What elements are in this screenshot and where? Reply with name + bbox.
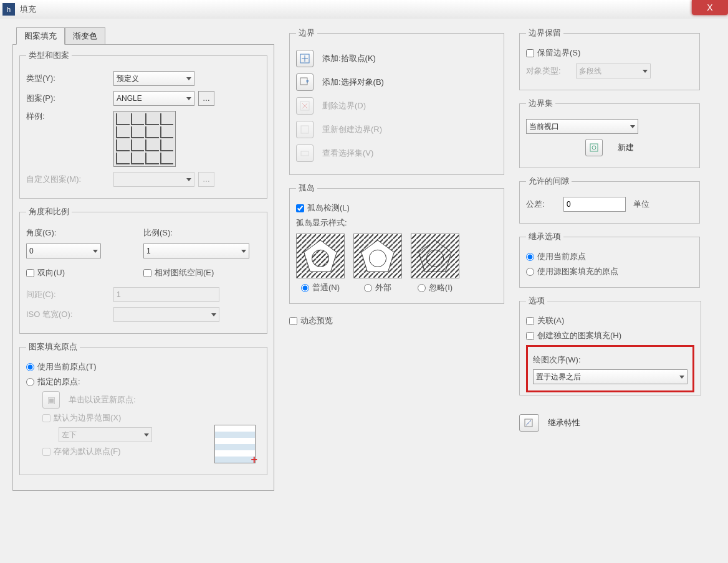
svg-point-14 bbox=[312, 250, 328, 267]
select-objects-icon bbox=[300, 77, 310, 87]
group-gap: 允许的间隙 公差: 单位 bbox=[519, 176, 700, 224]
label-add-select: 添加:选择对象(B) bbox=[322, 77, 384, 88]
combo-boundary-set[interactable]: 当前视口 bbox=[526, 119, 638, 134]
plus-target-icon bbox=[300, 54, 310, 64]
tab-hatch[interactable]: 图案填充 bbox=[16, 27, 65, 45]
label-new-boundary-set: 新建 bbox=[618, 142, 634, 153]
radio-inherit-current-label: 使用当前原点 bbox=[537, 251, 586, 262]
chevron-down-icon bbox=[643, 70, 648, 73]
swatch-preview[interactable] bbox=[113, 111, 176, 167]
radio-inherit-source[interactable]: 使用源图案填充的原点 bbox=[526, 266, 693, 277]
inherit-props-button[interactable] bbox=[519, 414, 539, 432]
checkbox-separate-hatch[interactable]: 创建独立的图案填充(H) bbox=[526, 330, 694, 341]
checkbox-associative-label: 关联(A) bbox=[537, 315, 564, 326]
label-tolerance: 公差: bbox=[526, 199, 563, 210]
radio-use-current-origin[interactable]: 使用当前原点(T) bbox=[26, 361, 261, 372]
island-ignore-label: 忽略(I) bbox=[429, 282, 453, 293]
island-outer-icon bbox=[354, 234, 401, 278]
eyedropper-icon bbox=[524, 418, 535, 428]
checkbox-double-label: 双向(U) bbox=[37, 267, 65, 278]
chevron-down-icon bbox=[211, 313, 216, 316]
legend-boundary-retain: 边界保留 bbox=[526, 27, 563, 39]
checkbox-dynamic-preview[interactable]: 动态预览 bbox=[289, 315, 504, 326]
checkbox-dynamic-label: 动态预览 bbox=[300, 315, 333, 326]
combo-extents-corner: 左下 bbox=[59, 427, 152, 442]
radio-specified-origin[interactable]: 指定的原点: bbox=[26, 376, 261, 387]
svg-rect-10 bbox=[301, 151, 309, 156]
add-select-button[interactable] bbox=[296, 73, 314, 91]
tab-panel-hatch: 类型和图案 类型(Y): 预定义 图案(P): ANGLE … 样例: bbox=[12, 44, 274, 491]
label-spacing: 间距(C): bbox=[26, 289, 113, 300]
row-add-pick: 添加:拾取点(K) bbox=[296, 50, 497, 67]
combo-custom-pattern bbox=[113, 172, 194, 187]
row-inherit-props: 继承特性 bbox=[519, 414, 700, 432]
new-boundary-set-icon-button[interactable] bbox=[585, 139, 603, 156]
checkbox-keep-boundary[interactable]: 保留边界(S) bbox=[526, 47, 693, 59]
add-pick-button[interactable] bbox=[296, 50, 314, 67]
checkbox-relative[interactable]: 相对图纸空间(E) bbox=[143, 267, 261, 278]
combo-iso bbox=[113, 307, 219, 322]
legend-type-pattern: 类型和图案 bbox=[26, 50, 72, 61]
pick-origin-button: ▣ bbox=[42, 391, 60, 409]
tab-gradient[interactable]: 渐变色 bbox=[65, 27, 105, 44]
radio-use-current-origin-label: 使用当前原点(T) bbox=[37, 361, 97, 372]
chevron-down-icon bbox=[630, 125, 635, 128]
group-boundaries: 边界 添加:拾取点(K) 添加:选择对象(B) 删除边界(D) bbox=[289, 27, 504, 175]
pattern-browse-button[interactable]: … bbox=[198, 91, 214, 106]
group-islands: 孤岛 孤岛检测(L) 孤岛显示样式: 普通(N) bbox=[289, 182, 504, 304]
new-set-icon bbox=[589, 143, 599, 153]
label-view-selection: 查看选择集(V) bbox=[322, 148, 373, 159]
group-origin: 图案填充原点 使用当前原点(T) 指定的原点: ▣ 单击以设置新原点: 默认为边… bbox=[19, 341, 267, 475]
combo-pattern[interactable]: ANGLE bbox=[113, 91, 194, 106]
label-scale: 比例(S): bbox=[143, 227, 261, 239]
close-button[interactable]: X bbox=[692, 0, 728, 15]
combo-angle[interactable]: 0 bbox=[26, 244, 101, 258]
title-bar: h 填充 X bbox=[0, 0, 728, 19]
checkbox-associative[interactable]: 关联(A) bbox=[526, 315, 694, 326]
svg-point-18 bbox=[369, 250, 386, 267]
label-add-pick: 添加:拾取点(K) bbox=[322, 53, 376, 64]
combo-pattern-value: ANGLE bbox=[117, 94, 142, 103]
group-options: 选项 关联(A) 创建独立的图案填充(H) 绘图次序(W): 置于边界之后 bbox=[519, 295, 701, 395]
label-inherit-props: 继承特性 bbox=[548, 417, 580, 428]
island-style-options: 普通(N) 外部 bbox=[296, 234, 497, 293]
group-boundary-set: 边界集 当前视口 新建 bbox=[519, 98, 700, 168]
checkbox-double[interactable]: 双向(U) bbox=[26, 267, 143, 278]
island-option-outer[interactable]: 外部 bbox=[353, 234, 402, 293]
close-icon: X bbox=[707, 2, 712, 12]
combo-scale[interactable]: 1 bbox=[143, 244, 249, 258]
row-click-set-origin: ▣ 单击以设置新原点: bbox=[42, 391, 261, 409]
combo-object-type-value: 多段线 bbox=[579, 66, 601, 77]
island-option-ignore[interactable]: 忽略(I) bbox=[411, 234, 459, 293]
label-angle: 角度(G): bbox=[26, 227, 143, 239]
svg-rect-9 bbox=[301, 126, 309, 133]
group-inherit-options: 继承选项 使用当前原点 使用源图案填充的原点 bbox=[519, 231, 700, 288]
combo-type-value: 预定义 bbox=[117, 73, 139, 84]
input-spacing bbox=[113, 287, 219, 302]
label-pattern: 图案(P): bbox=[26, 93, 113, 104]
checkbox-store-default-label: 存储为默认原点(F) bbox=[54, 446, 121, 457]
view-icon bbox=[300, 148, 310, 158]
label-island-style: 孤岛显示样式: bbox=[296, 217, 497, 229]
label-iso: ISO 笔宽(O): bbox=[26, 309, 113, 320]
island-option-normal[interactable]: 普通(N) bbox=[296, 234, 345, 293]
right-column: 边界保留 保留边界(S) 对象类型: 多段线 边界集 当前视口 新建 bbox=[519, 27, 700, 491]
label-unit: 单位 bbox=[633, 199, 649, 210]
checkbox-island-detection[interactable]: 孤岛检测(L) bbox=[296, 202, 497, 214]
label-swatch: 样例: bbox=[26, 111, 113, 122]
chevron-down-icon bbox=[186, 77, 191, 80]
input-tolerance[interactable] bbox=[563, 197, 626, 212]
radio-inherit-current[interactable]: 使用当前原点 bbox=[526, 251, 693, 262]
legend-boundaries: 边界 bbox=[296, 27, 317, 39]
checkbox-default-extents: 默认为边界范围(X) bbox=[42, 412, 261, 423]
chevron-down-icon bbox=[93, 250, 98, 253]
island-outer-label: 外部 bbox=[375, 282, 391, 293]
combo-boundary-set-value: 当前视口 bbox=[529, 121, 559, 132]
legend-gap: 允许的间隙 bbox=[526, 176, 572, 187]
combo-draw-order[interactable]: 置于边界之后 bbox=[533, 369, 687, 384]
chevron-down-icon bbox=[144, 433, 149, 437]
combo-type[interactable]: 预定义 bbox=[113, 71, 194, 86]
svg-rect-20 bbox=[411, 234, 459, 278]
row-remove-boundary: 删除边界(D) bbox=[296, 97, 497, 115]
svg-rect-23 bbox=[590, 144, 598, 151]
